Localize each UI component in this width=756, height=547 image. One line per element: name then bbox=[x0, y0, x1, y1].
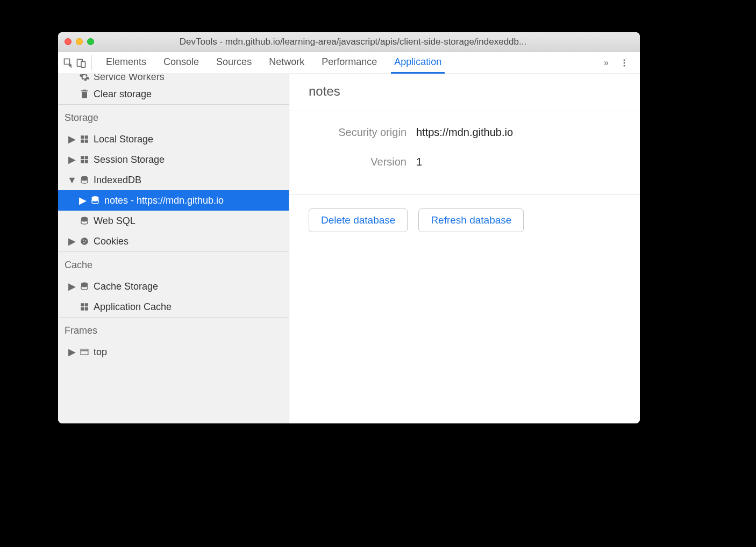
svg-rect-21 bbox=[81, 303, 84, 306]
actions-row: Delete database Refresh database bbox=[289, 195, 640, 246]
sidebar-item-label: Local Storage bbox=[94, 134, 153, 145]
tabs: Elements Console Sources Network Perform… bbox=[105, 52, 598, 73]
sidebar-item-label: Service Workers bbox=[94, 74, 165, 83]
details-block: Security origin https://mdn.github.io Ve… bbox=[289, 111, 640, 195]
sidebar-item-application-cache[interactable]: Application Cache bbox=[58, 297, 289, 317]
svg-point-16 bbox=[81, 237, 88, 245]
window-title: DevTools - mdn.github.io/learning-area/j… bbox=[105, 37, 633, 47]
page-title: notes bbox=[289, 74, 640, 111]
sidebar-section-cache: Cache bbox=[58, 251, 289, 276]
chevron-right-icon: ▶ bbox=[69, 235, 75, 247]
chevron-right-icon: ▶ bbox=[69, 346, 75, 358]
svg-rect-22 bbox=[85, 303, 88, 306]
svg-rect-24 bbox=[85, 307, 88, 311]
main-pane: notes Security origin https://mdn.github… bbox=[289, 74, 640, 423]
sidebar-item-label: Clear storage bbox=[94, 89, 152, 100]
svg-point-19 bbox=[83, 242, 84, 243]
tabbar-left-tools bbox=[62, 55, 92, 70]
svg-rect-12 bbox=[85, 160, 88, 163]
sidebar-section-storage: Storage bbox=[58, 104, 289, 129]
close-icon[interactable] bbox=[65, 38, 72, 45]
tabbar-right: » bbox=[598, 57, 636, 69]
database-icon bbox=[79, 174, 90, 186]
sidebar-item-websql[interactable]: Web SQL bbox=[58, 211, 289, 231]
delete-database-button[interactable]: Delete database bbox=[309, 208, 408, 232]
device-toggle-icon[interactable] bbox=[75, 57, 87, 69]
svg-point-3 bbox=[624, 62, 625, 63]
gear-icon bbox=[79, 74, 90, 83]
inspect-element-icon[interactable] bbox=[62, 57, 74, 69]
refresh-database-button[interactable]: Refresh database bbox=[418, 208, 524, 232]
kebab-menu-icon[interactable] bbox=[618, 57, 630, 69]
detail-value: 1 bbox=[416, 156, 422, 168]
sidebar-item-local-storage[interactable]: ▶ Local Storage bbox=[58, 129, 289, 149]
tab-sources[interactable]: Sources bbox=[215, 52, 253, 73]
sidebar-item-label: Session Storage bbox=[94, 154, 165, 165]
svg-rect-23 bbox=[81, 307, 84, 311]
grid-icon bbox=[79, 133, 90, 145]
sidebar-item-service-workers[interactable]: Service Workers bbox=[58, 74, 289, 84]
grid-icon bbox=[79, 154, 90, 165]
svg-rect-6 bbox=[85, 135, 88, 139]
svg-rect-1 bbox=[81, 61, 85, 67]
cookie-icon bbox=[79, 235, 90, 247]
tab-elements[interactable]: Elements bbox=[105, 52, 147, 73]
more-tabs-icon[interactable]: » bbox=[604, 58, 609, 68]
database-icon bbox=[89, 195, 101, 206]
devtools-window: DevTools - mdn.github.io/learning-area/j… bbox=[58, 32, 640, 423]
sidebar-item-label: Cache Storage bbox=[94, 281, 158, 292]
tab-network[interactable]: Network bbox=[268, 52, 305, 73]
detail-row-version: Version 1 bbox=[309, 156, 621, 168]
sidebar-item-indexeddb-notes[interactable]: ▶ notes - https://mdn.github.io bbox=[58, 190, 289, 211]
tab-bar: Elements Console Sources Network Perform… bbox=[58, 52, 640, 74]
tab-application[interactable]: Application bbox=[393, 52, 443, 73]
detail-row-origin: Security origin https://mdn.github.io bbox=[309, 126, 621, 139]
sidebar-item-indexeddb[interactable]: ▼ IndexedDB bbox=[58, 170, 289, 190]
sidebar: Service Workers Clear storage Storage ▶ … bbox=[58, 74, 289, 423]
sidebar-item-clear-storage[interactable]: Clear storage bbox=[58, 84, 289, 104]
svg-point-4 bbox=[624, 64, 625, 66]
svg-point-18 bbox=[85, 240, 86, 241]
chevron-right-icon: ▶ bbox=[69, 133, 75, 145]
grid-icon bbox=[79, 301, 90, 313]
sidebar-item-label: top bbox=[94, 347, 107, 358]
tab-console[interactable]: Console bbox=[162, 52, 200, 73]
chevron-right-icon: ▶ bbox=[80, 195, 86, 206]
traffic-lights bbox=[65, 38, 94, 45]
svg-rect-5 bbox=[81, 135, 84, 139]
sidebar-item-cache-storage[interactable]: ▶ Cache Storage bbox=[58, 276, 289, 297]
detail-label: Version bbox=[309, 156, 416, 168]
sidebar-item-label: Application Cache bbox=[94, 301, 172, 313]
sidebar-section-frames: Frames bbox=[58, 317, 289, 342]
tab-performance[interactable]: Performance bbox=[320, 52, 378, 73]
sidebar-item-label: Cookies bbox=[94, 236, 129, 247]
sidebar-item-session-storage[interactable]: ▶ Session Storage bbox=[58, 149, 289, 170]
chevron-right-icon: ▶ bbox=[69, 280, 75, 292]
sidebar-item-frames-top[interactable]: ▶ top bbox=[58, 342, 289, 362]
chevron-down-icon: ▼ bbox=[69, 175, 75, 186]
maximize-icon[interactable] bbox=[87, 38, 94, 45]
svg-rect-7 bbox=[81, 140, 84, 143]
sidebar-item-label: IndexedDB bbox=[94, 175, 141, 186]
body: Service Workers Clear storage Storage ▶ … bbox=[58, 74, 640, 423]
svg-rect-11 bbox=[81, 160, 84, 163]
titlebar: DevTools - mdn.github.io/learning-area/j… bbox=[58, 32, 640, 52]
sidebar-item-label: notes - https://mdn.github.io bbox=[104, 195, 224, 206]
sidebar-item-cookies[interactable]: ▶ Cookies bbox=[58, 231, 289, 251]
svg-point-2 bbox=[624, 59, 625, 61]
svg-rect-10 bbox=[85, 156, 88, 159]
detail-value: https://mdn.github.io bbox=[416, 126, 513, 139]
svg-rect-25 bbox=[81, 349, 88, 355]
trash-icon bbox=[79, 88, 90, 100]
database-icon bbox=[79, 280, 90, 292]
detail-label: Security origin bbox=[309, 126, 416, 139]
svg-point-17 bbox=[83, 240, 84, 241]
svg-rect-9 bbox=[81, 156, 84, 159]
minimize-icon[interactable] bbox=[76, 38, 83, 45]
database-icon bbox=[79, 215, 90, 227]
svg-rect-8 bbox=[85, 140, 88, 143]
chevron-right-icon: ▶ bbox=[69, 154, 75, 165]
frame-icon bbox=[79, 346, 90, 358]
sidebar-item-label: Web SQL bbox=[94, 215, 135, 227]
